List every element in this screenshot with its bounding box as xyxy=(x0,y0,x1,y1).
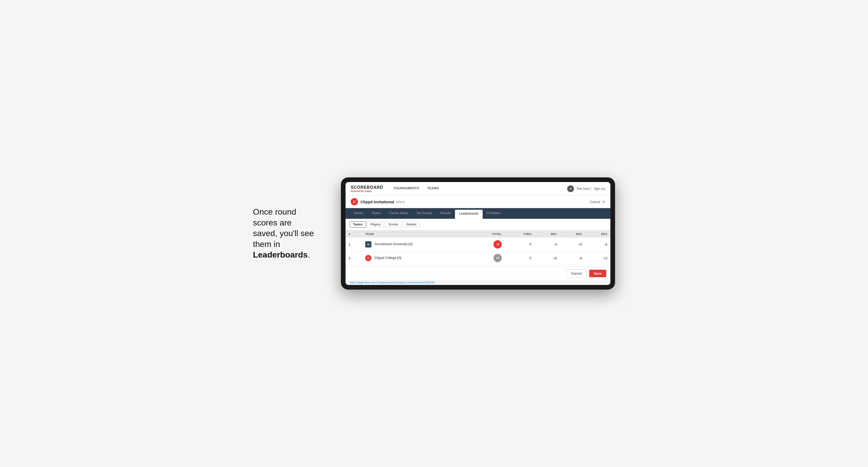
nav-links: TOURNAMENTS TEAMS xyxy=(390,182,443,195)
table-row: 1 SB Scoreboard University [A] -5 F -4 +… xyxy=(345,238,610,251)
sub-btn-strokes[interactable]: Strokes xyxy=(403,221,420,227)
page-wrapper: Once round scores are saved, you'll see … xyxy=(253,177,615,290)
desc-line4: them in xyxy=(253,240,280,249)
score-badge-red: -5 xyxy=(494,240,502,249)
sub-btn-teams[interactable]: Teams xyxy=(350,221,366,227)
close-icon[interactable]: ✕ xyxy=(602,199,605,204)
tab-teams[interactable]: Teams xyxy=(368,208,385,219)
row2-thru: F xyxy=(505,251,535,265)
nav-right: S Test User | Sign out xyxy=(567,185,605,192)
tab-results[interactable]: Results xyxy=(436,208,455,219)
app-logo: SCOREBOARD xyxy=(351,185,383,190)
row2-total: +3 xyxy=(472,251,505,265)
user-avatar: S xyxy=(567,185,574,192)
team2-name: Clippd College [A] xyxy=(374,256,401,260)
left-description: Once round scores are saved, you'll see … xyxy=(253,207,326,260)
team1-name: Scoreboard University [A] xyxy=(374,242,412,246)
team2-logo: C xyxy=(365,255,371,261)
row2-rank: 2 xyxy=(345,251,362,265)
tabs-bar: Details Teams Course Setup Tee Groups Re… xyxy=(345,208,610,219)
row2-team: C Clippd College [A] xyxy=(362,251,472,265)
col-thru: THRU xyxy=(505,230,535,238)
tab-printables[interactable]: Printables xyxy=(483,208,505,219)
row1-total: -5 xyxy=(472,238,505,251)
tablet-screen: SCOREBOARD Powered by clippd TOURNAMENTS… xyxy=(345,182,610,285)
tab-leaderboards[interactable]: Leaderboards xyxy=(455,210,483,219)
row1-rd2: +5 xyxy=(560,238,585,251)
col-rd2: RD2 xyxy=(560,230,585,238)
nav-tournaments[interactable]: TOURNAMENTS xyxy=(390,182,424,195)
row1-rd3: -6 xyxy=(585,238,610,251)
row1-team: SB Scoreboard University [A] xyxy=(362,238,472,251)
col-rank: # xyxy=(345,230,362,238)
row1-rd1: -4 xyxy=(535,238,560,251)
leaderboard-table: # TEAM TOTAL THRU RD1 RD2 RD3 1 xyxy=(345,230,610,265)
col-rd3: RD3 xyxy=(585,230,610,238)
user-name: Test User | xyxy=(577,187,591,191)
tablet-device: SCOREBOARD Powered by clippd TOURNAMENTS… xyxy=(341,177,615,290)
row1-rank: 1 xyxy=(345,238,362,251)
footer-cancel-btn[interactable]: Cancel xyxy=(566,270,586,277)
tab-course-setup[interactable]: Course Setup xyxy=(385,208,412,219)
score-badge-gray: +3 xyxy=(494,254,502,262)
col-total: TOTAL xyxy=(472,230,505,238)
nav-teams[interactable]: TEAMS xyxy=(423,182,443,195)
row2-rd1: +8 xyxy=(535,251,560,265)
tournament-subtitle: (Men) xyxy=(396,200,404,204)
row1-thru: F xyxy=(505,238,535,251)
tournament-title: Clippd Invitational xyxy=(361,199,394,204)
cancel-tournament-btn[interactable]: Cancel ✕ xyxy=(590,199,605,204)
status-url: https://stage-blue-coach.stagescoreboard… xyxy=(350,281,435,284)
team1-logo: SB xyxy=(365,241,371,247)
sub-buttons-bar: Teams Players Scores Strokes xyxy=(345,219,610,230)
leaderboard-content: # TEAM TOTAL THRU RD1 RD2 RD3 1 xyxy=(345,230,610,267)
status-bar: https://stage-blue-coach.stagescoreboard… xyxy=(345,280,610,285)
table-row: 2 C Clippd College [A] +3 F +8 -8 +3 xyxy=(345,251,610,265)
footer-save-btn[interactable]: Save xyxy=(589,270,606,277)
tab-tee-groups[interactable]: Tee Groups xyxy=(412,208,436,219)
tab-details[interactable]: Details xyxy=(350,208,368,219)
col-rd1: RD1 xyxy=(535,230,560,238)
logo-area: SCOREBOARD Powered by clippd xyxy=(351,185,383,192)
top-nav: SCOREBOARD Powered by clippd TOURNAMENTS… xyxy=(345,182,610,195)
sub-btn-scores[interactable]: Scores xyxy=(385,221,401,227)
desc-line3: saved, you'll see xyxy=(253,228,314,238)
desc-line5-bold: Leaderboards xyxy=(253,250,308,259)
table-header-row: # TEAM TOTAL THRU RD1 RD2 RD3 xyxy=(345,230,610,238)
row2-rd3: +3 xyxy=(585,251,610,265)
footer-bar: Cancel Save xyxy=(345,267,610,280)
tournament-icon: C xyxy=(351,198,358,205)
desc-period: . xyxy=(308,250,310,259)
desc-line1: Once round xyxy=(253,207,296,216)
sub-btn-players[interactable]: Players xyxy=(367,221,384,227)
tournament-header: C Clippd Invitational (Men) Cancel ✕ xyxy=(345,195,610,208)
desc-line2: scores are xyxy=(253,218,291,227)
row2-rd2: -8 xyxy=(560,251,585,265)
powered-by: Powered by clippd xyxy=(351,190,383,192)
col-team: TEAM xyxy=(362,230,472,238)
sign-out-link[interactable]: Sign out xyxy=(594,187,605,191)
